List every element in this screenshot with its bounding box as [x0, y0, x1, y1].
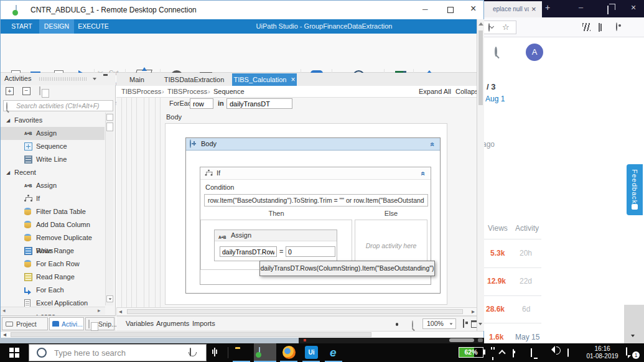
zoom-dropdown[interactable]: 100%	[422, 318, 456, 329]
tree-item-add-data-column[interactable]: Add Data Column	[1, 218, 105, 231]
tree-item-read-range[interactable]: Read Range	[1, 271, 105, 284]
battery-tray-icon[interactable]	[513, 349, 514, 358]
date-link[interactable]: Aug 1	[485, 95, 505, 103]
network-display-icon[interactable]	[531, 348, 532, 357]
tab-project[interactable]: Project	[2, 317, 48, 330]
scroll-left-icon[interactable]	[119, 308, 122, 315]
fit-to-screen-icon[interactable]	[463, 319, 464, 328]
taskbar-item-uipath[interactable]	[301, 343, 321, 362]
browser-tab[interactable]: eplace null va	[484, 1, 542, 17]
scroll-right-icon[interactable]	[472, 308, 475, 315]
scroll-down-box[interactable]	[106, 295, 113, 302]
tree-group-recent[interactable]: Recent	[1, 166, 105, 179]
breadcrumb-item[interactable]: TIBSProcess	[121, 88, 161, 95]
ribbon-tab-start[interactable]: START	[6, 19, 38, 34]
ribbon-tab-design[interactable]: DESIGN	[39, 19, 74, 34]
designer-hscrollbar[interactable]	[116, 307, 477, 316]
taskbar-search-input[interactable]	[54, 346, 185, 359]
workflow-canvas[interactable]: ForEach in Body Body	[116, 98, 477, 307]
doc-tab-close-icon[interactable]	[291, 75, 296, 84]
page-scroll-corner[interactable]	[624, 305, 644, 343]
tab-activities[interactable]: Activi...	[49, 317, 84, 330]
ribbon-tab-execute[interactable]: EXECUTE	[75, 19, 111, 34]
task-view-icon[interactable]	[214, 348, 215, 356]
scroll-thumb[interactable]	[11, 332, 371, 337]
activities-search-input[interactable]	[3, 100, 113, 111]
expander-icon[interactable]	[6, 166, 10, 179]
close-icon[interactable]	[470, 3, 476, 14]
expander-icon[interactable]	[6, 114, 10, 127]
taskbar-item-rdp[interactable]	[254, 343, 276, 362]
account-icon[interactable]	[616, 22, 617, 31]
rdp-hscrollbar[interactable]	[1, 331, 483, 338]
microphone-icon[interactable]	[190, 348, 191, 356]
zoom-icon[interactable]	[412, 320, 413, 329]
foreach-collection-input[interactable]	[226, 98, 292, 109]
assign-activity[interactable]: A+B Assign =	[214, 230, 337, 261]
scroll-up-icon[interactable]	[478, 22, 483, 26]
taskbar-item-firefox[interactable]	[279, 343, 299, 362]
foreach-variable-input[interactable]	[190, 98, 213, 109]
tree-item-if[interactable]: If	[1, 192, 105, 205]
if-header[interactable]: If	[200, 167, 431, 180]
collapse-icon[interactable]	[430, 142, 436, 147]
expand-all-icon[interactable]: +	[6, 87, 14, 95]
collapse-icon[interactable]	[421, 172, 427, 176]
taskbar-search[interactable]	[29, 344, 207, 361]
activity-value[interactable]: May 15	[515, 333, 539, 341]
scroll-thumb[interactable]	[478, 30, 483, 105]
assign-header[interactable]: A+B Assign	[215, 230, 337, 241]
arguments-tab[interactable]: Arguments	[156, 320, 189, 327]
browser-restore-icon[interactable]	[607, 6, 609, 14]
tree-hscrollbar[interactable]	[1, 307, 105, 315]
tree-item-sequence[interactable]: Sequence	[1, 140, 105, 153]
tab-close-icon[interactable]	[531, 4, 536, 14]
body-sequence-header[interactable]: Body	[186, 138, 440, 151]
rdp-titlebar[interactable]: CNTR_ABDULG_1 - Remote Desktop Connectio…	[1, 1, 483, 19]
variables-tab[interactable]: Variables	[126, 320, 154, 327]
pages-icon[interactable]	[39, 86, 40, 95]
condition-input[interactable]	[204, 194, 428, 207]
taskbar-item-explorer[interactable]	[231, 343, 251, 362]
scroll-right-icon[interactable]	[98, 307, 101, 313]
minimize-icon[interactable]	[422, 5, 428, 14]
search-icon[interactable]	[495, 47, 497, 57]
maximize-icon[interactable]	[447, 7, 454, 13]
scroll-thumb[interactable]	[106, 123, 113, 131]
collapse-all-link[interactable]: Collapse All	[455, 88, 477, 95]
imports-tab[interactable]: Imports	[192, 320, 215, 327]
scroll-left-icon[interactable]	[2, 307, 6, 313]
url-bar-end[interactable]	[484, 21, 516, 34]
notification-button[interactable]: 1	[626, 348, 641, 359]
rdp-vscrollbar[interactable]	[477, 19, 484, 331]
breadcrumb-item[interactable]: Sequence	[213, 88, 245, 95]
doc-tab-tibsdataextraction[interactable]: TIBSDataExtraction	[157, 73, 231, 86]
move-icon[interactable]	[190, 139, 191, 148]
scroll-left-icon[interactable]	[3, 331, 6, 338]
taskbar-item-ie[interactable]: e	[324, 343, 343, 362]
battery-indicator[interactable]: 62%	[459, 347, 483, 358]
collapse-all-icon[interactable]: −	[22, 87, 30, 95]
tree-item-assign[interactable]: A+BAssign	[1, 127, 105, 140]
keyboard-icon[interactable]	[567, 348, 569, 357]
tree-item-assign[interactable]: A+BAssign	[1, 179, 105, 192]
panel-menu-icon[interactable]	[93, 78, 96, 80]
sidebar-toggle-icon[interactable]	[599, 23, 600, 32]
tree-item-for-each-row[interactable]: For Each Row	[1, 258, 105, 271]
doc-tab-main[interactable]: Main	[118, 73, 156, 86]
tree-vscrollbar[interactable]	[105, 113, 113, 305]
doc-tab-tibs-calculation[interactable]: TIBS_Calculation	[232, 73, 297, 86]
new-tab-icon[interactable]	[545, 2, 550, 12]
scroll-down-icon[interactable]	[478, 323, 482, 325]
browser-close-icon[interactable]	[631, 2, 636, 12]
pocket-icon[interactable]	[488, 23, 490, 32]
feedback-button[interactable]: Feedback	[627, 164, 643, 215]
avatar[interactable]: A	[526, 44, 543, 61]
tree-item-write-line[interactable]: Write Line	[1, 153, 105, 166]
tree-item-remove-duplicate-rows[interactable]: Remove Duplicate Rows	[1, 231, 105, 244]
breadcrumb-item[interactable]: TIBSProcess	[167, 88, 207, 95]
tree-item-filter-data-table[interactable]: Filter Data Table	[1, 205, 105, 218]
scroll-down-icon[interactable]	[631, 335, 635, 337]
scroll-thumb[interactable]	[127, 309, 463, 314]
clock[interactable]: 16:16 01-08-2019	[580, 345, 625, 360]
